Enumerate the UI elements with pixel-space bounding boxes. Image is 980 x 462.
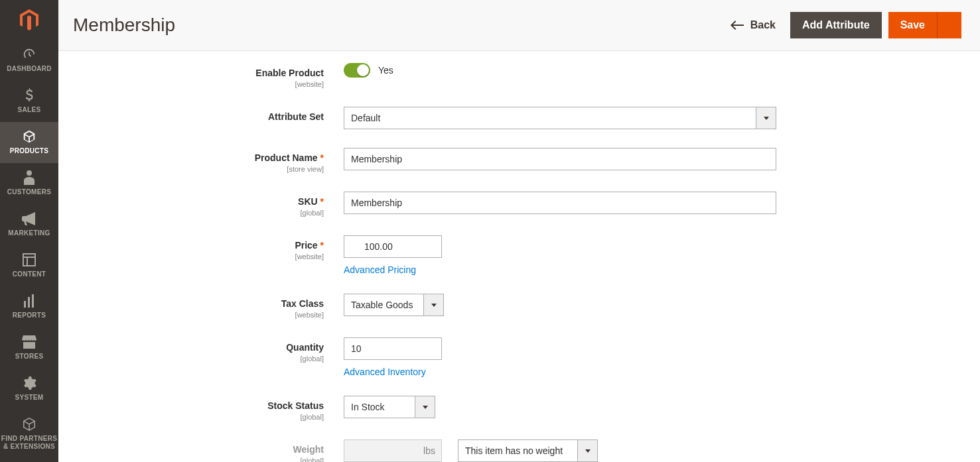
customers-icon	[24, 170, 35, 186]
label-price: Price [website]	[58, 235, 344, 260]
row-sku: SKU [global]	[58, 192, 980, 217]
sidebar-item-customers[interactable]: CUSTOMERS	[0, 163, 58, 204]
header-actions: Back Add Attribute Save	[723, 12, 961, 38]
magento-logo[interactable]	[0, 0, 58, 40]
back-arrow-icon	[731, 21, 744, 30]
stock-status-value: In Stock	[344, 396, 415, 418]
sidebar-item-label: MARKETING	[8, 229, 50, 237]
weight-type-select[interactable]: This item has no weight	[458, 439, 598, 462]
sku-input[interactable]	[344, 192, 776, 214]
sidebar-item-label: REPORTS	[13, 312, 46, 319]
label-weight: Weight [global]	[58, 439, 344, 462]
products-icon	[22, 129, 36, 144]
partners-icon	[22, 416, 36, 432]
caret-down-icon	[585, 449, 591, 453]
row-attribute-set: Attribute Set Default	[58, 107, 980, 129]
row-quantity: Quantity [global] Advanced Inventory	[58, 337, 980, 377]
sidebar-item-label: CUSTOMERS	[7, 188, 51, 196]
weight-input	[344, 439, 442, 462]
dashboard-icon	[22, 46, 36, 62]
row-enable-product: Enable Product [website] Yes	[58, 63, 980, 88]
product-name-input[interactable]	[344, 148, 776, 170]
svg-rect-4	[28, 297, 30, 308]
svg-rect-5	[32, 294, 34, 308]
caret-down-icon	[431, 304, 437, 307]
add-attribute-button[interactable]: Add Attribute	[790, 12, 882, 38]
attribute-set-select[interactable]: Default	[344, 107, 776, 129]
price-input[interactable]	[344, 235, 442, 258]
label-stock-status: Stock Status [global]	[58, 396, 344, 421]
sidebar-item-label: DASHBOARD	[7, 65, 52, 73]
tax-class-value: Taxable Goods	[344, 294, 423, 316]
back-button[interactable]: Back	[723, 14, 784, 36]
save-button[interactable]: Save	[888, 12, 937, 38]
sidebar-item-reports[interactable]: REPORTS	[0, 286, 58, 327]
label-tax-class: Tax Class [website]	[58, 294, 344, 319]
sidebar-item-system[interactable]: SYSTEM	[0, 369, 58, 410]
stock-status-select[interactable]: In Stock	[344, 396, 435, 418]
sidebar-item-content[interactable]: CONTENT	[0, 245, 58, 286]
advanced-pricing-link[interactable]: Advanced Pricing	[344, 264, 416, 275]
back-button-label: Back	[750, 19, 776, 31]
row-stock-status: Stock Status [global] In Stock	[58, 396, 980, 421]
quantity-input[interactable]	[344, 337, 442, 360]
stores-icon	[22, 334, 36, 350]
attribute-set-dropdown-button[interactable]	[756, 107, 776, 129]
page-header: Membership Back Add Attribute Save	[58, 0, 980, 51]
weight-type-dropdown-button[interactable]	[577, 439, 598, 462]
content-icon	[23, 252, 36, 268]
sidebar-item-marketing[interactable]: MARKETING	[0, 204, 58, 245]
sidebar-item-label: CONTENT	[13, 270, 46, 278]
row-product-name: Product Name [store view]	[58, 148, 980, 173]
stock-status-dropdown-button[interactable]	[415, 396, 435, 418]
row-weight: Weight [global] lbs This item has no wei…	[58, 439, 980, 462]
sidebar-item-sales[interactable]: SALES	[0, 81, 58, 122]
sidebar-item-label: SALES	[18, 106, 41, 114]
enable-product-toggle[interactable]	[344, 63, 370, 78]
page-title: Membership	[73, 15, 723, 36]
sidebar-item-stores[interactable]: STORES	[0, 327, 58, 369]
row-price: Price [website] $ Advanced Pricing	[58, 235, 980, 275]
label-attribute-set: Attribute Set	[58, 107, 344, 123]
product-form: Enable Product [website] Yes Attribute S…	[58, 51, 980, 462]
sidebar-item-partners[interactable]: FIND PARTNERS & EXTENSIONS	[0, 410, 58, 459]
label-sku: SKU [global]	[58, 192, 344, 217]
sidebar-item-dashboard[interactable]: DASHBOARD	[0, 40, 58, 81]
admin-sidebar: DASHBOARD SALES PRODUCTS CUSTOMERS MARKE…	[0, 0, 58, 462]
tax-class-dropdown-button[interactable]	[423, 294, 444, 316]
label-product-name: Product Name [store view]	[58, 148, 344, 173]
reports-icon	[23, 293, 36, 309]
system-icon	[22, 375, 36, 391]
save-dropdown-button[interactable]	[937, 12, 961, 38]
main-area: Membership Back Add Attribute Save Enabl…	[58, 0, 980, 462]
enable-product-value: Yes	[378, 65, 393, 76]
svg-rect-3	[24, 301, 26, 308]
row-tax-class: Tax Class [website] Taxable Goods	[58, 294, 980, 319]
svg-rect-0	[23, 254, 35, 266]
sales-icon	[25, 87, 34, 103]
caret-down-icon	[423, 406, 428, 409]
marketing-icon	[22, 211, 36, 227]
caret-down-icon	[764, 117, 769, 120]
sidebar-item-label: SYSTEM	[15, 394, 44, 402]
sidebar-item-products[interactable]: PRODUCTS	[0, 122, 58, 163]
sidebar-item-label: FIND PARTNERS & EXTENSIONS	[1, 435, 57, 451]
sidebar-item-label: PRODUCTS	[10, 147, 49, 155]
save-button-group: Save	[888, 12, 961, 38]
attribute-set-value: Default	[344, 107, 756, 129]
label-quantity: Quantity [global]	[58, 337, 344, 363]
label-enable-product: Enable Product [website]	[58, 63, 344, 88]
tax-class-select[interactable]: Taxable Goods	[344, 294, 444, 316]
weight-type-value: This item has no weight	[458, 439, 577, 462]
advanced-inventory-link[interactable]: Advanced Inventory	[344, 367, 426, 377]
sidebar-item-label: STORES	[15, 353, 44, 361]
